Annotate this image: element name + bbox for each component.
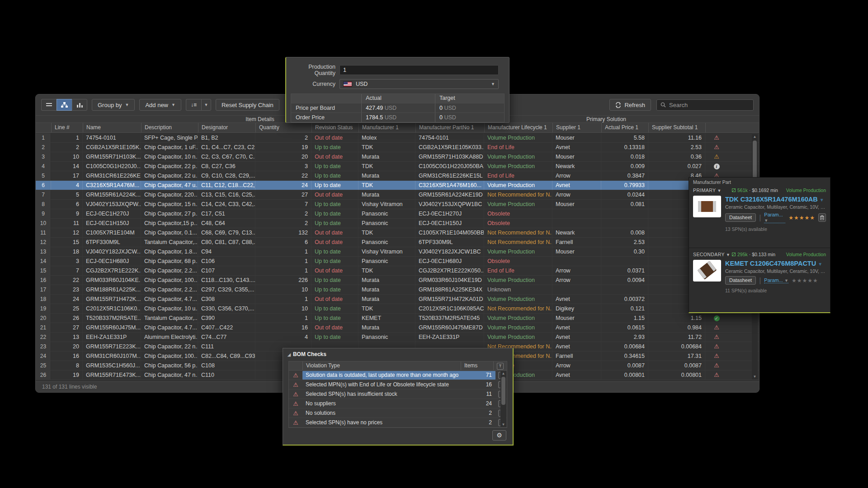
column-header-manufacturer-lifecycle-1[interactable]: Manufacturer Lifecycle 1 [484, 123, 552, 132]
table-row[interactable]: 12156TPF330M9LTantalum Capacitor,...C80,… [36, 238, 759, 247]
production-quantity-input[interactable] [340, 65, 499, 75]
scroll-down-icon[interactable]: ▼ [500, 422, 506, 427]
scroll-up-icon[interactable]: ▲ [500, 371, 506, 376]
violation-items-count: 24 [468, 399, 495, 408]
table-row[interactable]: 1824GRM155R71H472K...Chip Capacitor, 4.7… [36, 295, 759, 304]
table-row[interactable]: 310GRM155R71H103K...Chip Capacitor, 10 n… [36, 152, 759, 162]
table-row[interactable]: 1723GRM188R61A225K...Chip Capacitor, 2.2… [36, 285, 759, 295]
parameters-dropdown[interactable]: Param... ▼ [764, 212, 785, 223]
table-row[interactable]: 1622GRM033R60J104KE...Chip Capacitor, 10… [36, 276, 759, 285]
scrollbar-thumb[interactable] [501, 377, 505, 405]
search-input[interactable] [669, 102, 741, 108]
table-row[interactable]: 1011ECJ-0EC1H150JChip Capacitor,15 p...C… [36, 219, 759, 228]
table-row[interactable]: 517GRM31CR61E226KE...Chip Capacitor, 22 … [36, 171, 759, 181]
cell-actual-price: 0.00372 [601, 295, 648, 304]
table-row[interactable]: 2213EEH-ZA1E331PAluminum Electrolyti...C… [36, 333, 759, 342]
table-row[interactable]: 75GRM155R61A224K...Chip Capacitor, 220..… [36, 190, 759, 200]
column-header-line[interactable]: Line # [51, 123, 83, 132]
cell-description: Chip Capacitor, 22 n... [141, 342, 198, 351]
bom-check-row[interactable]: ⚠No suppliers24T [289, 399, 507, 408]
cell-actual-price: 0.018 [601, 152, 648, 161]
cell-line: 9 [51, 209, 83, 218]
bom-check-row[interactable]: ⚠Selected MPN(s) with End of Life or Obs… [289, 380, 507, 389]
cell-manufacturer-partno: CGB2A1X5R1E105K033... [415, 143, 484, 152]
refresh-button[interactable]: Refresh [609, 99, 651, 111]
sort-button[interactable]: ↓≡ [186, 99, 201, 111]
column-header-description[interactable]: Description [141, 123, 198, 132]
table-row[interactable]: 86VJ0402Y153JXQPW...Chip Capacitor, 15 n… [36, 200, 759, 209]
bom-check-row[interactable]: ⚠Selected SPN(s) have no prices2T [289, 418, 507, 427]
table-row[interactable]: 64C3216X5R1A476M...Chip Capacitor, 47 u.… [36, 181, 759, 190]
parameters-dropdown[interactable]: Param... ▼ [764, 277, 788, 283]
table-row[interactable]: 2026T520B337M2R5ATE...Tantalum Capacitor… [36, 314, 759, 323]
table-row[interactable]: 1925C2012X5R1C106K0...Chip Capacitor, 10… [36, 304, 759, 314]
stock-cube-icon [732, 188, 736, 192]
delete-part-button[interactable] [818, 213, 826, 222]
table-row[interactable]: 1112C1005X7R1E104MChip Capacitor, 0.1...… [36, 228, 759, 238]
bom-checks-settings-button[interactable]: ⚙ [492, 430, 506, 441]
grouped-view-button[interactable] [57, 99, 72, 111]
chevron-down-icon: ▼ [764, 218, 768, 223]
cell-manufacturer: Panasonic [359, 219, 415, 228]
cell-description: Chip Capacitor, 10 n... [141, 152, 198, 161]
column-header-manufacturer-1[interactable]: Manufacturer 1 [359, 123, 415, 132]
primary-rank-dropdown[interactable]: PRIMARY▼ [693, 188, 732, 193]
cell-manufacturer-partno: GRM155R71H472KA01D [415, 295, 484, 304]
column-header-quantity[interactable]: Quantity [255, 123, 311, 132]
flat-list-view-button[interactable] [41, 99, 57, 111]
warning-triangle-icon: ⚠ [714, 343, 719, 350]
table-row[interactable]: 1174754-0101SFP+ Cage, Single P...B1, B2… [36, 133, 759, 143]
row-number: 11 [36, 228, 51, 237]
cell-line: 25 [51, 304, 83, 313]
table-row[interactable]: 99ECJ-0EC1H270JChip Capacitor, 27 p...C1… [36, 209, 759, 219]
table-row[interactable]: 1318VJ0402Y182JXJCW...Chip Capacitor, 1.… [36, 247, 759, 257]
datasheet-button[interactable]: Datasheet [725, 276, 756, 285]
cell-name: C3216X5R1A476M... [83, 181, 141, 190]
cell-designator: C110 [198, 371, 255, 380]
bom-checks-header[interactable]: ◢BOM Checks [283, 348, 513, 359]
items-header[interactable]: Items [461, 361, 493, 370]
scroll-down-icon[interactable]: ▼ [752, 374, 758, 380]
column-header-manufacturer-partno-1[interactable]: Manufacturer PartNo 1 [415, 123, 484, 132]
table-row[interactable]: 2127GRM155R60J475M...Chip Capacitor, 4.7… [36, 323, 759, 333]
scroll-up-icon[interactable]: ▲ [752, 134, 758, 140]
currency-select[interactable]: USD ▼ [340, 79, 499, 89]
cell-name: VJ0402Y153JXQPW... [83, 200, 141, 209]
warning-icon: ⚠ [705, 143, 728, 152]
bom-check-row[interactable]: ⚠Solution data is outdated, last update … [289, 371, 507, 380]
part-number-link[interactable]: TDK C3216X5R1A476M160AB ▼ [725, 196, 826, 203]
bom-check-row[interactable]: ⚠Selected SPN(s) has insufficient stock1… [289, 389, 507, 399]
column-header-revision-status[interactable]: Revision Status [311, 123, 359, 132]
violation-type-header[interactable]: Violation Type [302, 361, 461, 370]
search-box[interactable] [656, 99, 754, 111]
column-header-designator[interactable]: Designator [198, 123, 255, 132]
group-by-button[interactable]: Group by ▼ [92, 99, 135, 111]
violation-text: Selected SPN(s) have no prices [302, 418, 468, 427]
sort-options-button[interactable]: ▼ [201, 99, 211, 111]
chart-view-button[interactable] [72, 99, 87, 111]
column-header-supplier-1[interactable]: Supplier 1 [552, 123, 601, 132]
table-row[interactable]: 22CGB2A1X5R1E105K...Chip Capacitor, 1 uF… [36, 143, 759, 152]
lines-visible-status: 131 of 131 lines visible [42, 384, 97, 390]
column-header-name[interactable]: Name [83, 123, 141, 132]
bom-scrollbar[interactable]: ▲ ▼ [500, 371, 506, 427]
production-quantity-label: Production Quantity [286, 64, 340, 76]
table-row[interactable]: 157CGJ2B2X7R1E222K...Chip Capacitor, 2.2… [36, 266, 759, 276]
secondary-rank-dropdown[interactable]: SECONDARY▼ [693, 252, 732, 257]
column-header-actual-price-1[interactable]: Actual Price 1 [601, 123, 648, 132]
cell-revision-status: Up to date [311, 181, 359, 190]
sort-split-button: ↓≡ ▼ [186, 99, 211, 111]
reset-supply-chain-button[interactable]: Reset Supply Chain [216, 99, 279, 111]
bom-check-row[interactable]: ⚠No solutions2T [289, 408, 507, 418]
violation-text: Solution data is outdated, last update m… [302, 371, 468, 380]
table-row[interactable]: 143ECJ-0EC1H680JChip Capacitor, 68 p...C… [36, 257, 759, 266]
cell-name: GRM155R71H103K... [83, 152, 141, 161]
table-row[interactable]: 414C1005C0G1H220J0...Chip Capacitor, 22 … [36, 162, 759, 171]
cell-manufacturer: KEMET [359, 314, 415, 323]
cell-manufacturer-lifecycle: Volume Production [484, 200, 552, 209]
cell-supplier-subtotal: 1.15 [648, 314, 705, 323]
datasheet-button[interactable]: Datasheet [725, 213, 756, 222]
add-new-button[interactable]: Add new ▼ [139, 99, 181, 111]
part-number-link[interactable]: KEMET C1206C476M8PACTU ▼ [725, 260, 826, 267]
column-header-supplier-subtotal-1[interactable]: Supplier Subtotal 1 [648, 123, 705, 132]
